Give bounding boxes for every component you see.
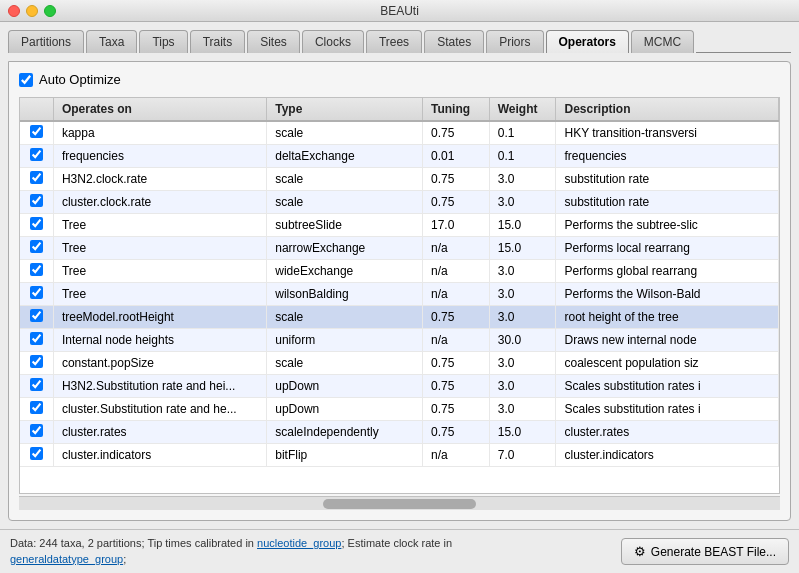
row-tuning: 0.75 <box>422 352 489 375</box>
table-body: kappa scale 0.75 0.1 HKY transition-tran… <box>20 121 779 467</box>
row-operates-on: H3N2.Substitution rate and hei... <box>53 375 266 398</box>
row-description: Performs local rearrang <box>556 237 779 260</box>
col-header-inuse <box>20 98 53 121</box>
tab-trees[interactable]: Trees <box>366 30 422 53</box>
row-type: scale <box>267 191 423 214</box>
row-operates-on: Tree <box>53 260 266 283</box>
row-checkbox-5[interactable] <box>30 240 43 253</box>
row-tuning: n/a <box>422 329 489 352</box>
row-tuning: 0.75 <box>422 191 489 214</box>
tab-taxa[interactable]: Taxa <box>86 30 137 53</box>
tab-traits[interactable]: Traits <box>190 30 246 53</box>
row-checkbox-cell <box>20 306 53 329</box>
operators-panel: Auto Optimize Operates on Type Tuning We… <box>8 61 791 521</box>
table-row: H3N2.Substitution rate and hei... upDown… <box>20 375 779 398</box>
row-operates-on: cluster.rates <box>53 421 266 444</box>
row-checkbox-3[interactable] <box>30 194 43 207</box>
close-button[interactable] <box>8 5 20 17</box>
row-checkbox-cell <box>20 329 53 352</box>
row-operates-on: treeModel.rootHeight <box>53 306 266 329</box>
tab-partitions[interactable]: Partitions <box>8 30 84 53</box>
link-nucleotide[interactable]: nucleotide_group <box>257 537 341 549</box>
minimize-button[interactable] <box>26 5 38 17</box>
table-row: Tree subtreeSlide 17.0 15.0 Performs the… <box>20 214 779 237</box>
row-checkbox-11[interactable] <box>30 378 43 391</box>
col-header-tuning: Tuning <box>422 98 489 121</box>
auto-optimize-checkbox[interactable] <box>19 73 33 87</box>
maximize-button[interactable] <box>44 5 56 17</box>
row-checkbox-cell <box>20 421 53 444</box>
bottom-bar: Data: 244 taxa, 2 partitions; Tip times … <box>0 529 799 573</box>
row-checkbox-12[interactable] <box>30 401 43 414</box>
tab-priors[interactable]: Priors <box>486 30 543 53</box>
operators-table: Operates on Type Tuning Weight Descripti… <box>20 98 779 467</box>
link-generaldatatype[interactable]: generaldatatype_group <box>10 553 123 565</box>
row-description: Performs the Wilson-Bald <box>556 283 779 306</box>
table-row: Tree wilsonBalding n/a 3.0 Performs the … <box>20 283 779 306</box>
row-checkbox-0[interactable] <box>30 125 43 138</box>
row-checkbox-2[interactable] <box>30 171 43 184</box>
tab-states[interactable]: States <box>424 30 484 53</box>
row-tuning: 0.75 <box>422 398 489 421</box>
row-type: scale <box>267 352 423 375</box>
row-description: Performs the subtree-slic <box>556 214 779 237</box>
row-operates-on: kappa <box>53 121 266 145</box>
row-checkbox-14[interactable] <box>30 447 43 460</box>
row-checkbox-1[interactable] <box>30 148 43 161</box>
tabs-container: PartitionsTaxaTipsTraitsSitesClocksTrees… <box>8 30 791 53</box>
row-tuning: 0.75 <box>422 306 489 329</box>
title-bar: BEAUti <box>0 0 799 22</box>
row-checkbox-cell <box>20 260 53 283</box>
horizontal-scrollbar[interactable] <box>19 496 780 510</box>
row-checkbox-cell <box>20 398 53 421</box>
row-checkbox-10[interactable] <box>30 355 43 368</box>
window-controls[interactable] <box>8 5 56 17</box>
table-row: H3N2.clock.rate scale 0.75 3.0 substitut… <box>20 168 779 191</box>
row-operates-on: Internal node heights <box>53 329 266 352</box>
row-tuning: n/a <box>422 283 489 306</box>
row-type: deltaExchange <box>267 145 423 168</box>
table-row: cluster.clock.rate scale 0.75 3.0 substi… <box>20 191 779 214</box>
col-header-description: Description <box>556 98 779 121</box>
row-description: cluster.indicators <box>556 444 779 467</box>
status-text: Data: 244 taxa, 2 partitions; Tip times … <box>10 536 570 567</box>
row-checkbox-cell <box>20 237 53 260</box>
row-operates-on: cluster.clock.rate <box>53 191 266 214</box>
row-checkbox-9[interactable] <box>30 332 43 345</box>
tab-sites[interactable]: Sites <box>247 30 300 53</box>
row-tuning: n/a <box>422 237 489 260</box>
tab-operators[interactable]: Operators <box>546 30 629 53</box>
row-checkbox-cell <box>20 214 53 237</box>
row-operates-on: cluster.indicators <box>53 444 266 467</box>
row-tuning: n/a <box>422 260 489 283</box>
row-operates-on: frequencies <box>53 145 266 168</box>
table-row: cluster.Substitution rate and he... upDo… <box>20 398 779 421</box>
row-description: substitution rate <box>556 168 779 191</box>
generate-beast-file-button[interactable]: ⚙ Generate BEAST File... <box>621 538 789 565</box>
row-tuning: 0.75 <box>422 121 489 145</box>
tab-mcmc[interactable]: MCMC <box>631 30 694 53</box>
table-header: Operates on Type Tuning Weight Descripti… <box>20 98 779 121</box>
operators-table-container[interactable]: Operates on Type Tuning Weight Descripti… <box>19 97 780 494</box>
row-checkbox-6[interactable] <box>30 263 43 276</box>
table-row: cluster.rates scaleIndependently 0.75 15… <box>20 421 779 444</box>
tab-clocks[interactable]: Clocks <box>302 30 364 53</box>
row-checkbox-13[interactable] <box>30 424 43 437</box>
row-type: scale <box>267 121 423 145</box>
row-weight: 30.0 <box>489 329 556 352</box>
row-description: Draws new internal node <box>556 329 779 352</box>
row-checkbox-cell <box>20 375 53 398</box>
row-description: substitution rate <box>556 191 779 214</box>
row-operates-on: H3N2.clock.rate <box>53 168 266 191</box>
row-type: bitFlip <box>267 444 423 467</box>
row-checkbox-4[interactable] <box>30 217 43 230</box>
row-description: coalescent population siz <box>556 352 779 375</box>
app-title: BEAUti <box>380 4 419 18</box>
row-type: narrowExchange <box>267 237 423 260</box>
tab-tips[interactable]: Tips <box>139 30 187 53</box>
row-checkbox-7[interactable] <box>30 286 43 299</box>
scrollbar-thumb[interactable] <box>323 499 475 509</box>
row-checkbox-8[interactable] <box>30 309 43 322</box>
row-description: cluster.rates <box>556 421 779 444</box>
tab-border <box>696 52 791 53</box>
